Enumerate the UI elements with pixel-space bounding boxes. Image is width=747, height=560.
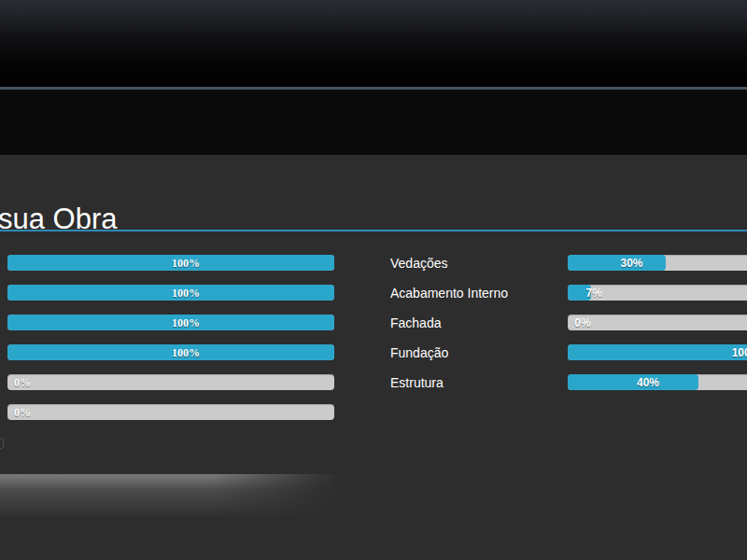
header-banner <box>0 0 747 87</box>
progress-bar: 7% <box>568 285 747 301</box>
progress-bar: 100% <box>7 285 334 301</box>
progress-bar-value-label: 0% <box>574 317 590 329</box>
cropped-element-fragment <box>0 438 4 449</box>
progress-bar-value-label: 100% <box>172 347 200 358</box>
progress-bar: 30% <box>568 255 747 271</box>
progress-row-label: Fundação <box>390 345 568 360</box>
progress-row-label: Acabamento Interno <box>390 286 568 301</box>
progress-row-label: Fachada <box>390 315 568 330</box>
progress-bar-fill: 100% <box>7 255 334 271</box>
progress-bar: 0% <box>7 404 334 420</box>
progress-bar-fill: 100% <box>7 344 334 360</box>
progress-bar-value-label: 0% <box>14 377 31 388</box>
progress-bar-value-label: 100% <box>172 317 200 329</box>
progress-bar-fill: 100% <box>568 344 747 360</box>
progress-row: Acabamento Interno 7% <box>390 285 747 301</box>
progress-bar-value-label: 100% <box>172 287 200 299</box>
progress-bar-value-label: 100% <box>172 258 200 269</box>
progress-bar: 40% <box>568 374 747 390</box>
progress-bar-fill: 100% <box>7 315 334 330</box>
progress-bar: 100% <box>568 344 747 360</box>
progress-row-label: Estrutura <box>390 375 568 390</box>
progress-bar-value-label: 0% <box>14 407 31 418</box>
progress-bar: 0% <box>568 315 747 330</box>
progress-bar: 100% <box>7 315 334 330</box>
nav-band <box>0 90 747 155</box>
progress-bar-value-label: 30% <box>620 258 642 269</box>
progress-bar-fill: 40% <box>568 374 698 390</box>
progress-row: Fundação 100% <box>390 344 747 360</box>
progress-bar-value-label: 100% <box>732 347 747 358</box>
progress-bar-fill: 7% <box>568 285 591 301</box>
progress-row: Vedações 30% <box>390 255 747 271</box>
title-underline <box>0 230 747 231</box>
progress-bar-value-label: 40% <box>637 377 659 388</box>
progress-bar-fill: 100% <box>7 285 334 301</box>
progress-row-label: Vedações <box>390 256 568 271</box>
progress-bar: 100% <box>7 255 334 271</box>
progress-bar: 0% <box>7 374 334 390</box>
progress-row: Fachada 0% <box>390 315 747 330</box>
progress-bar-fill: 30% <box>568 255 666 271</box>
page: { "page": { "title": "sua Obra" }, "colo… <box>0 0 747 560</box>
progress-bar-value-label: 7% <box>586 287 602 299</box>
progress-bar: 100% <box>7 344 334 360</box>
progress-row: Estrutura 40% <box>390 374 747 390</box>
